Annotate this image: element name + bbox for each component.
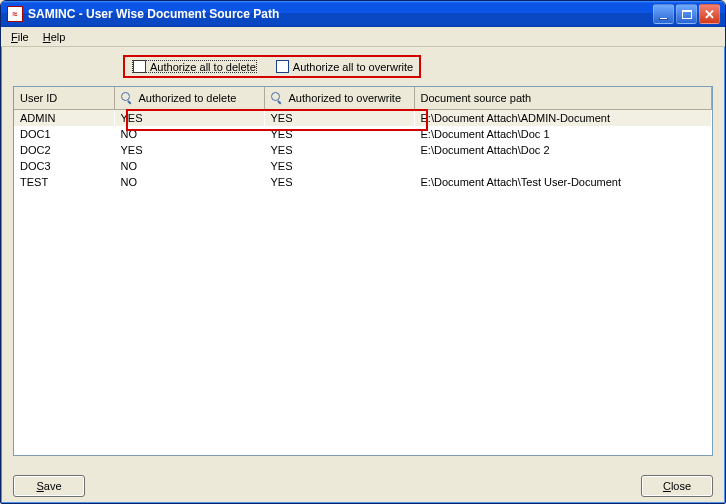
title-bar: ≈ SAMINC - User Wise Document Source Pat… (1, 1, 725, 27)
cell-userid: DOC3 (14, 158, 114, 174)
col-header-path[interactable]: Document source path (414, 87, 712, 110)
window-controls: ✕ (653, 4, 720, 24)
table-row[interactable]: ADMIN YES YES E:\Document Attach\ADMIN-D… (14, 110, 712, 127)
global-options-highlight: Authorize all to delete Authorize all to… (123, 55, 421, 78)
cell-userid: DOC1 (14, 126, 114, 142)
cell-auth-overwrite: YES (264, 126, 414, 142)
table-row[interactable]: DOC1 NO YES E:\Document Attach\Doc 1 (14, 126, 712, 142)
authorize-all-overwrite-checkbox[interactable]: Authorize all to overwrite (276, 60, 413, 73)
col-header-userid[interactable]: User ID (14, 87, 114, 110)
menu-file[interactable]: File (5, 29, 35, 45)
cell-path: E:\Document Attach\Doc 1 (414, 126, 712, 142)
maximize-button[interactable] (676, 4, 697, 24)
cell-path: E:\Document Attach\Test User-Document (414, 174, 712, 190)
col-header-auth-overwrite[interactable]: Authorized to overwrite (264, 87, 414, 110)
cell-auth-delete: NO (114, 174, 264, 190)
cell-auth-overwrite: YES (264, 142, 414, 158)
data-grid[interactable]: User ID Authorized to delete Authorized … (13, 86, 713, 456)
menu-bar: File Help (1, 27, 725, 47)
window-title: SAMINC - User Wise Document Source Path (28, 7, 653, 21)
window: ≈ SAMINC - User Wise Document Source Pat… (0, 0, 726, 504)
cell-userid: TEST (14, 174, 114, 190)
cell-auth-overwrite: YES (264, 158, 414, 174)
cell-auth-delete: YES (114, 110, 264, 127)
menu-help[interactable]: Help (37, 29, 72, 45)
minimize-icon (659, 18, 668, 20)
cell-auth-delete: NO (114, 158, 264, 174)
close-button[interactable]: ✕ (699, 4, 720, 24)
search-icon (271, 92, 283, 104)
table-row[interactable]: DOC2 YES YES E:\Document Attach\Doc 2 (14, 142, 712, 158)
checkbox-icon (133, 60, 146, 73)
cell-auth-delete: YES (114, 142, 264, 158)
col-header-auth-delete[interactable]: Authorized to delete (114, 87, 264, 110)
search-icon (121, 92, 133, 104)
user-table: User ID Authorized to delete Authorized … (14, 87, 712, 190)
cell-auth-overwrite: YES (264, 174, 414, 190)
app-icon: ≈ (7, 6, 23, 22)
cell-auth-delete: NO (114, 126, 264, 142)
table-row[interactable]: DOC3 NO YES (14, 158, 712, 174)
minimize-button[interactable] (653, 4, 674, 24)
checkbox-label: Authorize all to delete (150, 61, 256, 73)
cell-auth-overwrite: YES (264, 110, 414, 127)
cell-path (414, 158, 712, 174)
checkbox-icon (276, 60, 289, 73)
close-button-footer[interactable]: Close (641, 475, 713, 497)
save-button[interactable]: Save (13, 475, 85, 497)
maximize-icon (682, 10, 692, 19)
cell-path: E:\Document Attach\Doc 2 (414, 142, 712, 158)
options-panel: Authorize all to delete Authorize all to… (1, 47, 725, 82)
cell-userid: DOC2 (14, 142, 114, 158)
close-icon: ✕ (704, 8, 715, 21)
cell-userid: ADMIN (14, 110, 114, 127)
checkbox-label: Authorize all to overwrite (293, 61, 413, 73)
table-row[interactable]: TEST NO YES E:\Document Attach\Test User… (14, 174, 712, 190)
footer-buttons: Save Close (1, 475, 725, 497)
cell-path: E:\Document Attach\ADMIN-Document (414, 110, 712, 127)
authorize-all-delete-checkbox[interactable]: Authorize all to delete (131, 59, 258, 74)
